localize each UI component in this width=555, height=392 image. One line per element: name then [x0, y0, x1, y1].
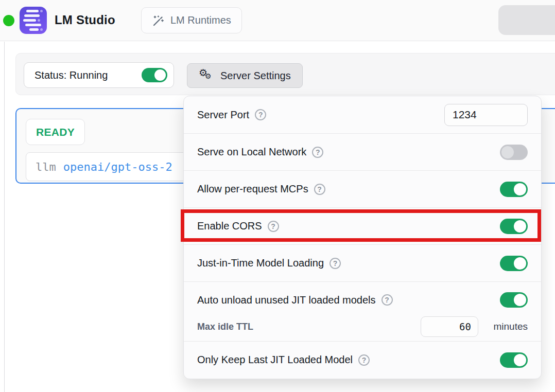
help-icon[interactable]: ?	[268, 221, 279, 232]
setting-row-enable-cors: Enable CORS ?	[184, 207, 541, 244]
local-network-label: Serve on Local Network	[197, 146, 306, 158]
server-port-input[interactable]	[444, 104, 528, 126]
enable-cors-toggle[interactable]	[500, 219, 528, 234]
setting-row-local-network: Serve on Local Network ?	[184, 133, 541, 170]
ready-status-badge: READY	[26, 119, 85, 145]
help-icon[interactable]: ?	[358, 354, 370, 366]
lm-studio-logo-icon	[20, 7, 47, 34]
help-icon[interactable]: ?	[255, 109, 266, 120]
server-toolbar: Status: Running ⚙ ⚙ Server Settings	[15, 53, 555, 95]
auto-unload-toggle[interactable]	[500, 292, 528, 308]
server-settings-dropdown: Server Port ? Serve on Local Network ? A…	[183, 96, 542, 379]
header-search-placeholder[interactable]	[498, 5, 555, 35]
lm-runtimes-button[interactable]: LM Runtimes	[141, 7, 242, 33]
ttl-unit-label: minutes	[485, 321, 528, 332]
auto-unload-label: Auto unload unused JIT loaded models	[197, 294, 376, 306]
code-prefix: llm	[36, 161, 56, 173]
enable-cors-label: Enable CORS	[197, 220, 262, 232]
magic-wand-icon	[152, 14, 164, 27]
setting-row-keep-last-jit: Only Keep Last JIT Loaded Model ?	[184, 341, 541, 378]
jit-loading-toggle[interactable]	[500, 256, 528, 271]
server-settings-label: Server Settings	[220, 70, 291, 82]
keep-last-jit-label: Only Keep Last JIT Loaded Model	[197, 354, 353, 366]
app-title: LM Studio	[55, 13, 115, 27]
help-icon[interactable]: ?	[314, 184, 325, 195]
jit-loading-label: Just-in-Time Model Loading	[197, 257, 324, 269]
server-status-label: Status: Running	[34, 69, 108, 81]
lm-runtimes-label: LM Runtimes	[170, 14, 231, 26]
server-settings-button[interactable]: ⚙ ⚙ Server Settings	[187, 63, 303, 88]
max-idle-ttl-input[interactable]	[421, 316, 478, 337]
app-header: LM Studio LM Runtimes	[0, 0, 555, 41]
server-running-toggle[interactable]	[142, 68, 167, 82]
per-request-mcps-label: Allow per-request MCPs	[197, 183, 308, 195]
model-identifier: openai/gpt-oss-2	[63, 161, 172, 173]
server-port-label: Server Port	[197, 109, 249, 121]
setting-row-jit-loading: Just-in-Time Model Loading ?	[184, 244, 541, 281]
help-icon[interactable]: ?	[312, 147, 323, 158]
gears-icon: ⚙ ⚙	[199, 68, 213, 83]
setting-row-server-port: Server Port ?	[184, 96, 541, 133]
setting-row-per-request-mcps: Allow per-request MCPs ?	[184, 170, 541, 207]
max-idle-ttl-label: Max idle TTL	[197, 322, 253, 332]
per-request-mcps-toggle[interactable]	[500, 182, 528, 197]
local-network-toggle[interactable]	[500, 145, 528, 160]
help-icon[interactable]: ?	[381, 294, 393, 306]
help-icon[interactable]: ?	[329, 258, 341, 269]
keep-last-jit-toggle[interactable]	[500, 352, 528, 368]
server-status-pill: Status: Running	[24, 62, 174, 88]
setting-row-auto-unload: Auto unload unused JIT loaded models ? M…	[184, 281, 541, 341]
window-status-dot	[3, 15, 14, 26]
